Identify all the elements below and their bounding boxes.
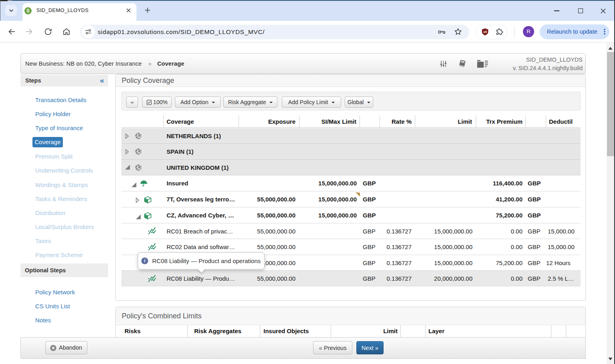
- svg-text:u0: u0: [483, 30, 487, 34]
